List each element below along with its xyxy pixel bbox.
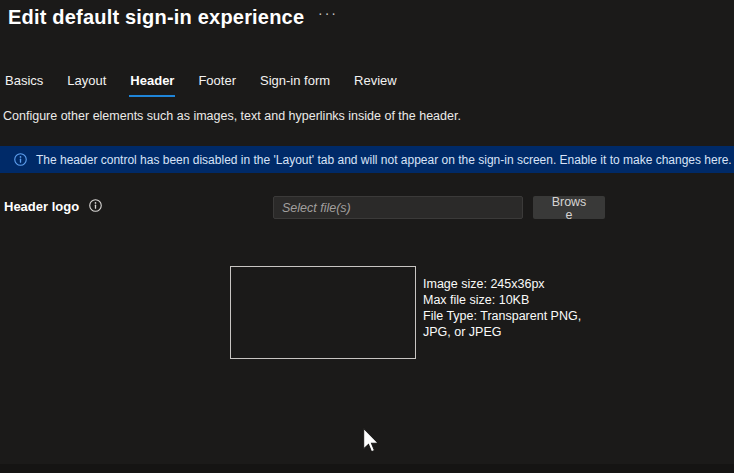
info-banner: The header control has been disabled in … [0,146,734,173]
edit-signin-experience-page: Edit default sign-in experience ··· Basi… [0,0,734,473]
image-size-requirement: Image size: 245x36px [423,276,581,292]
file-type-requirement-line1: File Type: Transparent PNG, [423,308,581,324]
info-banner-text: The header control has been disabled in … [36,153,732,167]
logo-preview-placeholder [230,266,416,359]
tab-footer[interactable]: Footer [197,70,237,97]
info-icon[interactable] [89,199,102,212]
header-logo-label: Header logo [4,199,79,214]
browse-button[interactable]: Browse [533,196,605,219]
max-file-size-requirement: Max file size: 10KB [423,292,581,308]
info-icon [14,153,27,166]
file-type-requirement-line2: JPG, or JPEG [423,324,581,340]
tab-header[interactable]: Header [129,70,175,97]
browse-button-label: Browse [549,196,589,222]
page-title: Edit default sign-in experience [8,6,304,29]
tab-bar: Basics Layout Header Footer Sign-in form… [4,70,398,97]
image-requirements: Image size: 245x36px Max file size: 10KB… [423,276,581,340]
tab-basics[interactable]: Basics [4,70,44,97]
tab-description: Configure other elements such as images,… [3,109,461,123]
mouse-cursor-icon [362,427,380,455]
more-options-button[interactable]: ··· [316,3,340,23]
header-logo-file-input[interactable] [273,196,523,219]
bottom-bar [0,464,734,473]
tab-review[interactable]: Review [353,70,398,97]
tab-sign-in-form[interactable]: Sign-in form [259,70,331,97]
tab-layout[interactable]: Layout [66,70,107,97]
